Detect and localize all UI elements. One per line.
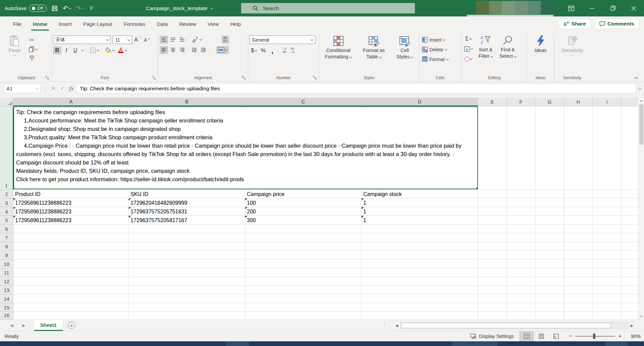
cell-F8[interactable] — [507, 242, 535, 250]
alignment-dialog-launcher[interactable] — [242, 76, 246, 80]
row-header-13[interactable]: 13 — [0, 286, 13, 294]
font-dialog-launcher[interactable] — [152, 76, 156, 80]
cell-H3[interactable] — [564, 198, 593, 207]
tab-review[interactable]: Review — [173, 16, 202, 32]
cell-C9[interactable] — [245, 251, 362, 259]
cell-I9[interactable] — [593, 251, 622, 259]
cell-F10[interactable] — [507, 259, 535, 268]
cell-F12[interactable] — [507, 277, 535, 285]
cell-B8[interactable] — [129, 242, 245, 250]
vertical-scroll-thumb[interactable] — [639, 104, 643, 145]
zoom-slider-thumb[interactable] — [593, 334, 595, 339]
align-right-button[interactable] — [178, 46, 186, 54]
cell-A13[interactable] — [13, 286, 129, 294]
cell-C10[interactable] — [245, 259, 362, 268]
cell-H15[interactable] — [564, 303, 593, 311]
row-header-11[interactable]: 11 — [0, 268, 13, 277]
cell-I5[interactable] — [593, 216, 622, 224]
cell-E16[interactable] — [478, 312, 507, 319]
sort-filter-button[interactable]: AZ Sort &Filter — [475, 34, 496, 59]
formula-input[interactable]: Tip: Check the campaign requirements bef… — [76, 84, 636, 93]
cell-I3[interactable] — [593, 198, 622, 207]
cell-B4[interactable]: 1729637575205751631 — [129, 207, 245, 215]
tab-insert[interactable]: Insert — [53, 16, 77, 32]
cell-G1[interactable] — [535, 106, 564, 189]
conditional-formatting-button[interactable]: ConditionalFormatting — [321, 34, 356, 60]
row-header-9[interactable]: 9 — [0, 251, 13, 259]
cell-H6[interactable] — [564, 225, 593, 233]
middle-align-button[interactable] — [169, 36, 177, 44]
cell-H13[interactable] — [564, 286, 593, 294]
number-format-select[interactable]: General — [250, 36, 315, 44]
row-header-14[interactable]: 14 — [0, 294, 13, 303]
cell-D15[interactable] — [362, 303, 478, 311]
horizontal-scroll-thumb[interactable] — [401, 323, 611, 328]
cell-H12[interactable] — [564, 277, 593, 285]
cell-B11[interactable] — [129, 268, 245, 277]
vertical-scrollbar[interactable]: ▲ ▼ — [638, 98, 644, 319]
cell-A2[interactable]: Product ID — [13, 190, 129, 198]
column-header-B[interactable]: B — [129, 98, 245, 106]
cell-E3[interactable] — [478, 198, 507, 207]
column-header-I[interactable]: I — [593, 98, 622, 106]
bold-button[interactable]: B — [53, 46, 61, 54]
cell-F3[interactable] — [507, 198, 535, 207]
cell-F14[interactable] — [507, 294, 535, 303]
horizontal-scrollbar[interactable]: ◀ ▶ — [393, 322, 635, 329]
fill-button[interactable] — [463, 45, 474, 53]
cell-G12[interactable] — [535, 277, 564, 285]
comments-button[interactable]: Comments — [594, 19, 639, 29]
cell-D7[interactable] — [362, 233, 478, 242]
cell-D9[interactable] — [362, 251, 478, 259]
cell-B9[interactable] — [129, 251, 245, 259]
cell-F7[interactable] — [507, 233, 535, 242]
merge-center-button[interactable] — [216, 46, 229, 54]
cell-G8[interactable] — [535, 242, 564, 250]
accounting-format-button[interactable]: $ — [250, 47, 258, 55]
row-header-6[interactable]: 6 — [0, 225, 13, 233]
cell-G13[interactable] — [535, 286, 564, 294]
cell-E14[interactable] — [478, 294, 507, 303]
zoom-slider[interactable] — [576, 336, 615, 337]
cell-G10[interactable] — [535, 259, 564, 268]
cell-H5[interactable] — [564, 216, 593, 224]
cell-A12[interactable] — [13, 277, 129, 285]
copy-button[interactable] — [28, 45, 39, 53]
cell-A10[interactable] — [13, 259, 129, 268]
cell-E7[interactable] — [478, 233, 507, 242]
row-header-10[interactable]: 10 — [0, 259, 13, 268]
cell-I6[interactable] — [593, 225, 622, 233]
close-button[interactable] — [623, 0, 644, 16]
tab-formulas[interactable]: Formulas — [118, 16, 151, 32]
column-header-C[interactable]: C — [245, 98, 362, 106]
redo-button[interactable]: ↷ — [76, 5, 84, 11]
collapse-ribbon-button[interactable] — [634, 77, 639, 80]
row-header-5[interactable]: 5 — [0, 216, 13, 225]
cell-H2[interactable] — [564, 190, 593, 198]
cell-I15[interactable] — [593, 303, 622, 311]
cell-C11[interactable] — [245, 268, 362, 277]
cell-C16[interactable] — [245, 312, 362, 319]
cell-B12[interactable] — [129, 277, 245, 285]
cell-B13[interactable] — [129, 286, 245, 294]
decrease-indent-button[interactable] — [190, 46, 198, 54]
decrease-font-button[interactable]: A — [143, 36, 151, 44]
cell-A8[interactable] — [13, 242, 129, 250]
cell-C2[interactable]: Campaign price — [245, 190, 362, 198]
row-header-15[interactable]: 15 — [0, 303, 13, 312]
row-header-8[interactable]: 8 — [0, 242, 13, 251]
format-painter-button[interactable] — [28, 55, 36, 63]
cell-A6[interactable] — [13, 225, 129, 233]
format-cells-button[interactable]: Format — [422, 55, 448, 64]
cell-E12[interactable] — [478, 277, 507, 285]
wrap-text-button[interactable]: abc↩ — [222, 36, 229, 44]
column-header-G[interactable]: G — [535, 98, 564, 106]
cell-D8[interactable] — [362, 242, 478, 250]
cell-E15[interactable] — [478, 303, 507, 311]
cell-E8[interactable] — [478, 242, 507, 250]
scroll-up-icon[interactable]: ▲ — [638, 98, 644, 104]
tab-file[interactable]: File — [7, 16, 27, 32]
cell-D11[interactable] — [362, 268, 478, 277]
cell-G4[interactable] — [535, 207, 564, 215]
cell-E1[interactable] — [478, 106, 507, 189]
